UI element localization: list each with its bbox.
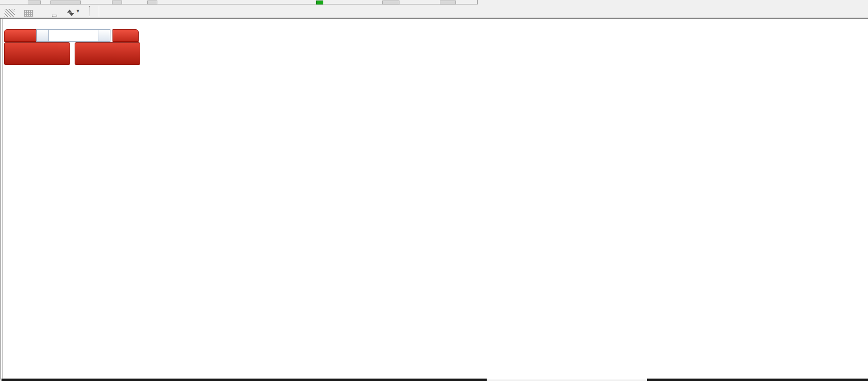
bid-price-panel[interactable] [4,42,70,65]
lower-window-sliver [647,378,868,381]
mt4-terminal: ▼ [0,0,868,381]
ask-price-panel[interactable] [75,42,141,65]
volume-input[interactable] [49,29,98,42]
one-click-trading-widget [4,29,140,65]
sell-button[interactable] [4,29,36,42]
buy-button[interactable] [112,29,139,42]
volume-step-down-button[interactable] [36,29,49,42]
chart-title [6,21,12,28]
lower-window-sliver [2,378,487,381]
volume-step-up-button[interactable] [98,29,110,42]
